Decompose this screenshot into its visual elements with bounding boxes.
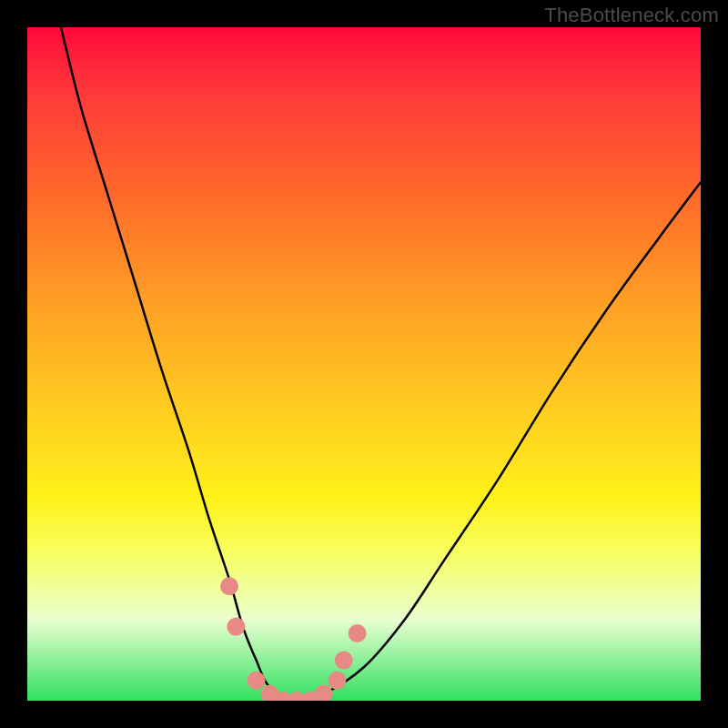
marker-dot bbox=[315, 685, 333, 701]
plot-area bbox=[27, 27, 701, 701]
marker-dot bbox=[335, 652, 353, 670]
marker-dot bbox=[227, 618, 245, 636]
marker-dot bbox=[248, 672, 266, 690]
bottleneck-curve bbox=[61, 27, 701, 701]
curve-markers bbox=[220, 577, 367, 701]
chart-svg bbox=[27, 27, 701, 701]
marker-dot bbox=[349, 624, 367, 642]
marker-dot bbox=[220, 577, 238, 595]
watermark-text: TheBottleneck.com bbox=[544, 4, 719, 27]
chart-frame: TheBottleneck.com bbox=[0, 0, 728, 728]
marker-dot bbox=[328, 672, 346, 690]
